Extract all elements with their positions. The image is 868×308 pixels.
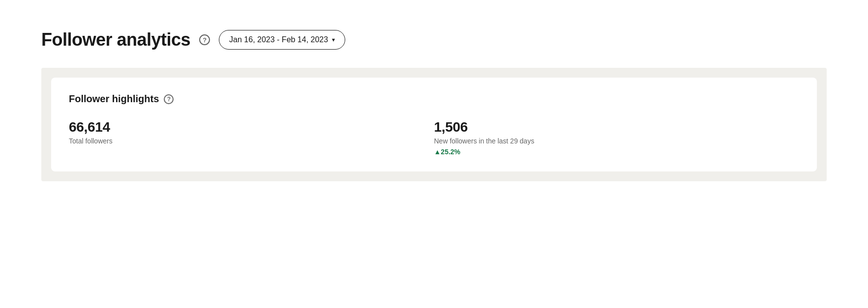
highlights-card: Follower highlights ? 66,614 Total follo… — [51, 78, 817, 171]
total-followers-metric: 66,614 Total followers — [69, 119, 434, 148]
new-followers-change: ▲25.2% — [434, 148, 800, 156]
date-range-label: Jan 16, 2023 - Feb 14, 2023 — [229, 35, 328, 44]
page-title: Follower analytics — [41, 29, 190, 50]
page-container: Follower analytics ? Jan 16, 2023 - Feb … — [0, 0, 868, 181]
change-arrow-icon: ▲25.2% — [434, 148, 461, 156]
metrics-row: 66,614 Total followers 1,506 New followe… — [69, 119, 799, 156]
highlights-help-icon[interactable]: ? — [164, 94, 174, 104]
chevron-down-icon: ▾ — [332, 36, 335, 43]
highlights-card-title: Follower highlights — [69, 93, 159, 105]
new-followers-value: 1,506 — [434, 119, 800, 135]
new-followers-label: New followers in the last 29 days — [434, 137, 800, 145]
new-followers-metric: 1,506 New followers in the last 29 days … — [434, 119, 800, 156]
total-followers-value: 66,614 — [69, 119, 434, 135]
date-range-button[interactable]: Jan 16, 2023 - Feb 14, 2023 ▾ — [219, 30, 345, 50]
card-title-row: Follower highlights ? — [69, 93, 799, 105]
page-title-help-icon[interactable]: ? — [199, 34, 210, 45]
header-row: Follower analytics ? Jan 16, 2023 - Feb … — [41, 29, 827, 50]
total-followers-label: Total followers — [69, 137, 434, 145]
analytics-section: Follower highlights ? 66,614 Total follo… — [41, 68, 827, 181]
